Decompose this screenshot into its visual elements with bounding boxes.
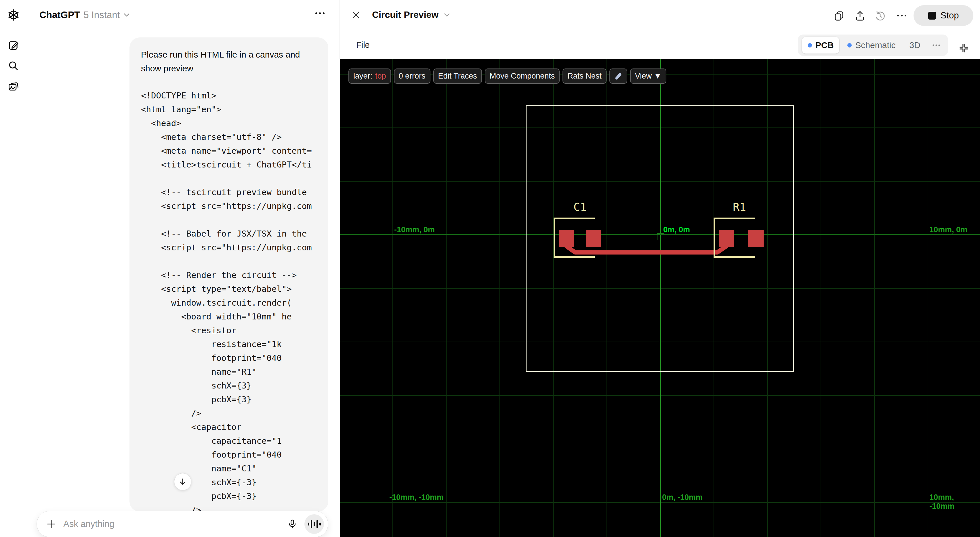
c1-silkscreen (554, 256, 595, 258)
new-chat-icon[interactable] (8, 39, 19, 51)
user-message-text: Please run this HTML file in a canvas an… (141, 48, 317, 75)
history-icon[interactable] (874, 10, 886, 22)
coord-label-left-mid: -10mm, 0m (394, 225, 435, 234)
stop-label: Stop (940, 10, 959, 21)
r1-silkscreen (714, 218, 715, 258)
model-picker[interactable]: ChatGPT 5 Instant (40, 10, 130, 21)
tab-overflow-icon[interactable] (929, 37, 944, 54)
origin-marker (657, 233, 664, 240)
rats-nest-button[interactable]: Rats Nest (563, 69, 606, 84)
errors-button[interactable]: 0 errors (394, 69, 430, 84)
r1-silkscreen (714, 218, 755, 219)
tab-schematic-label: Schematic (855, 40, 896, 50)
tab-3d[interactable]: 3D (904, 37, 926, 54)
chevron-down-icon (123, 13, 130, 17)
r1-reference-label: R1 (733, 201, 746, 213)
composer (37, 511, 328, 537)
pencil-icon (614, 72, 622, 80)
chat-panel: ChatGPT 5 Instant Please run this HTML f… (27, 0, 339, 537)
chat-header: ChatGPT 5 Instant (27, 0, 339, 30)
user-message-bubble: Please run this HTML file in a canvas an… (129, 37, 328, 512)
canvas-title: Circuit Preview (372, 10, 439, 20)
view-tabs: PCB Schematic 3D (798, 35, 948, 56)
tab-3d-label: 3D (909, 40, 920, 50)
pcb-canvas[interactable]: C1 R1 -10mm, 0m 0m, 0m 10mm, 0m -10mm, -… (340, 59, 980, 537)
file-menu[interactable]: File (356, 40, 370, 50)
chat-input[interactable] (63, 519, 280, 529)
c1-reference-label: C1 (573, 201, 587, 213)
user-message-code: <!DOCTYPE html> <html lang="en"> <head> … (141, 89, 317, 512)
stop-icon (928, 12, 936, 19)
coord-label-left-bottom: -10mm, -10mm (389, 493, 444, 502)
layer-value: top (375, 72, 386, 81)
coord-label-right-bottom: 10mm, -10mm (929, 493, 980, 511)
copy-icon[interactable] (834, 10, 845, 21)
chevron-down-icon (444, 13, 450, 17)
circuit-preview-panel: Circuit Preview (339, 0, 980, 537)
r1-silkscreen (714, 256, 755, 258)
layer-button[interactable]: layer: top (348, 69, 391, 84)
tab-pcb[interactable]: PCB (802, 37, 839, 54)
scroll-to-bottom-button[interactable] (174, 473, 191, 491)
voice-mode-button[interactable] (304, 514, 324, 534)
share-icon[interactable] (854, 10, 865, 21)
canvas-title-dropdown[interactable]: Circuit Preview (372, 10, 450, 20)
plus-icon[interactable] (46, 519, 56, 529)
mic-icon[interactable] (286, 518, 298, 530)
collapse-icon[interactable] (958, 43, 969, 54)
close-icon[interactable] (351, 10, 361, 19)
coord-label-origin: 0m, 0m (663, 225, 690, 234)
chatgpt-logo-icon[interactable] (7, 9, 20, 21)
move-components-button[interactable]: Move Components (485, 69, 560, 84)
c1-pad-1 (559, 229, 574, 247)
coord-label-center-bottom: 0m, -10mm (662, 493, 703, 502)
stop-button[interactable]: Stop (913, 5, 974, 26)
c1-pad-2 (586, 229, 601, 247)
edit-traces-button[interactable]: Edit Traces (433, 69, 482, 84)
coord-label-right-mid: 10mm, 0m (929, 225, 967, 234)
r1-pad-2 (748, 229, 764, 247)
tab-schematic[interactable]: Schematic (842, 37, 901, 54)
panel-header: Circuit Preview (340, 0, 980, 30)
library-images-icon[interactable] (8, 81, 19, 92)
blue-dot-icon (808, 43, 812, 48)
model-name: 5 Instant (83, 10, 120, 21)
app-sidebar (0, 0, 27, 537)
r1-pad-1 (719, 229, 734, 247)
pcb-toolbar: layer: top 0 errors Edit Traces Move Com… (348, 69, 667, 84)
blue-dot-icon (847, 43, 852, 48)
tab-pcb-label: PCB (815, 40, 834, 50)
c1-silkscreen (554, 218, 595, 219)
down-arrow-icon (179, 478, 187, 486)
search-icon[interactable] (8, 60, 19, 72)
panel-options-icon[interactable] (896, 14, 907, 17)
app-name: ChatGPT (40, 10, 80, 21)
view-dropdown-button[interactable]: View ▼ (630, 69, 667, 84)
pencil-tool-button[interactable] (609, 69, 627, 84)
c1-silkscreen (554, 218, 555, 258)
layer-prefix: layer: (353, 72, 372, 81)
pcb-trace (340, 59, 980, 537)
chat-options-icon[interactable] (315, 11, 325, 15)
